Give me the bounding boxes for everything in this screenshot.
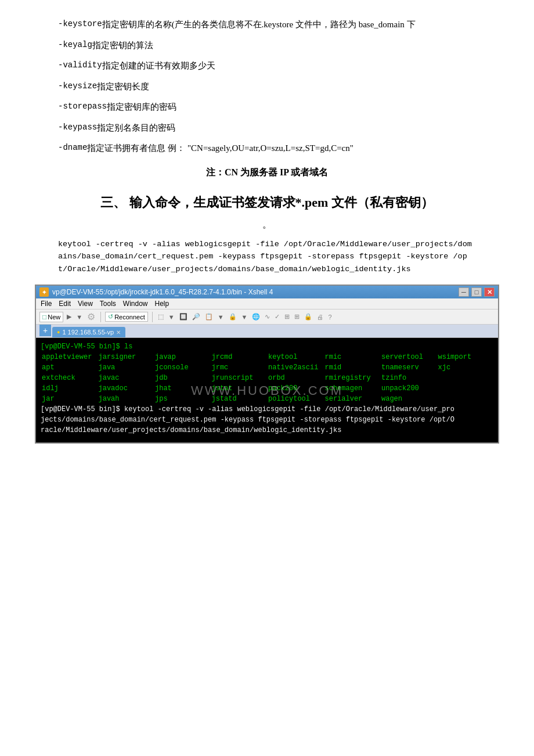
term-line-prompt3: jects/domains/base_domain/cert_request.p… [41, 415, 493, 425]
terminal-title: vp@DEV-VM-55:/opt/jdk/jrockit-jdk1.6.0_4… [52, 288, 273, 296]
ls-item-5-5: policytool [267, 394, 324, 404]
maximize-button[interactable]: □ [471, 287, 482, 297]
tool-icon-8: 🔒 [228, 313, 238, 321]
param-row-validity: -validity 指定创建的证书有效期多少天 [35, 59, 499, 74]
ls-item-5-4: jstatd [211, 394, 268, 404]
ls-item-2-7: tnameserv [380, 362, 437, 373]
ls-item-5-8 [437, 394, 494, 404]
ls-item-3-4: jrunscript [211, 373, 268, 383]
param-key-validity: -validity [35, 59, 102, 74]
ls-item-4-6: schemagen [324, 383, 381, 394]
terminal-controls[interactable]: ─ □ ✕ [459, 287, 495, 297]
ls-item-1-1: appletviewer [41, 352, 98, 362]
param-row-storepass: -storepass 指定密钥库的密码 [35, 100, 499, 115]
ls-item-2-8: xjc [437, 362, 494, 373]
note-line: 注：CN 为服务器 IP 或者域名 [35, 167, 499, 179]
ls-item-1-6: rmic [324, 352, 381, 362]
ls-item-2-6: rmid [324, 362, 381, 373]
ls-item-1-7: servertool [380, 352, 437, 362]
ls-item-4-4: jstat [211, 383, 268, 394]
tab-close-button[interactable]: ✕ [116, 329, 121, 336]
reconnect-icon: ↺ [108, 313, 113, 321]
term-line-prompt2: [vp@DEV-VM-55 bin]$ keytool -certreq -v … [41, 404, 493, 415]
param-desc-keysize: 指定密钥长度 [97, 80, 499, 95]
terminal-tab-1[interactable]: ● 1 192.168.5.55-vp ✕ [52, 327, 125, 337]
menu-help[interactable]: Help [155, 300, 169, 308]
ls-item-4-3: jhat [154, 383, 211, 394]
param-row-keystore: -keystore 指定密钥库的名称(产生的各类信息将不在.keystore 文… [35, 17, 499, 33]
ls-item-3-3: jdb [154, 373, 211, 383]
ls-item-2-5: native2ascii [267, 362, 324, 373]
term-line-prompt4: racle/Middleware/user_projects/domains/b… [41, 425, 493, 435]
menu-view[interactable]: View [78, 300, 93, 308]
param-key-keystore: -keystore [35, 17, 102, 33]
tool-icon-5: 🔎 [191, 313, 201, 321]
ls-item-5-6: serialver [324, 394, 381, 404]
menu-window[interactable]: Window [123, 300, 148, 308]
add-tab-button[interactable]: + [39, 325, 51, 336]
ls-item-5-7: wagen [380, 394, 437, 404]
param-row-keysize: -keysize 指定密钥长度 [35, 80, 499, 95]
tool-icon-7: ▼ [217, 314, 225, 321]
ls-item-3-5: orbd [267, 373, 324, 383]
param-row-dname: -dname 指定证书拥有者信息 例： "CN=sagely,OU=atr,O=… [35, 141, 499, 156]
menu-file[interactable]: File [41, 300, 52, 308]
ls-item-1-4: jrcmd [211, 352, 268, 362]
section-heading: 三、 输入命令，生成证书签发请求*.pem 文件（私有密钥） [35, 193, 499, 212]
ls-item-3-1: extcheck [41, 373, 98, 383]
ls-item-1-2: jarsigner [98, 352, 154, 362]
terminal-body[interactable]: WWW.HUOBOX.COM [vp@DEV-VM-55 bin]$ ls ap… [36, 338, 498, 442]
param-key-keypass: -keypass [35, 121, 97, 136]
tool-icon-17: ? [327, 314, 333, 321]
ls-item-3-2: javac [98, 373, 154, 383]
param-desc-dname: 指定证书拥有者信息 例： "CN=sagely,OU=atr,O=szu,L=s… [87, 141, 499, 156]
menu-edit[interactable]: Edit [59, 300, 71, 308]
titlebar-left: ✦ vp@DEV-VM-55:/opt/jdk/jrockit-jdk1.6.0… [39, 287, 273, 297]
terminal-menubar: File Edit View Tools Window Help [36, 298, 498, 309]
dot-line: 。 [35, 219, 499, 231]
tool-icon-13: ⊞ [283, 313, 291, 321]
new-icon: □ [42, 313, 46, 321]
param-desc-validity: 指定创建的证书有效期多少天 [102, 59, 499, 74]
close-button[interactable]: ✕ [484, 287, 495, 297]
ls-item-4-8 [437, 383, 494, 394]
param-key-storepass: -storepass [35, 100, 107, 115]
ls-item-5-2: javah [98, 394, 154, 404]
reconnect-button[interactable]: ↺ Reconnect [105, 312, 148, 322]
tool-icon-4: 🔲 [178, 313, 189, 321]
minimize-button[interactable]: ─ [459, 287, 469, 297]
ls-item-2-2: java [98, 362, 154, 373]
ls-item-3-6: rmiregistry [324, 373, 381, 383]
ls-item-4-5: pack200 [267, 383, 324, 394]
new-label: New [48, 314, 60, 321]
menu-tools[interactable]: Tools [100, 300, 116, 308]
param-desc-keypass: 指定别名条目的密码 [97, 121, 499, 136]
param-desc-keyalg: 指定密钥的算法 [92, 38, 499, 53]
tool-icon-2: ⬚ [157, 313, 165, 321]
param-desc-storepass: 指定密钥库的密码 [107, 100, 499, 115]
new-button[interactable]: □ New [39, 312, 63, 322]
terminal-app-icon: ✦ [39, 287, 49, 297]
ls-item-2-3: jconsole [154, 362, 211, 373]
terminal-titlebar: ✦ vp@DEV-VM-55:/opt/jdk/jrockit-jdk1.6.0… [36, 286, 498, 298]
ls-item-1-5: keytool [267, 352, 324, 362]
terminal-toolbar: □ New ▶ ▼ ⚙ ↺ Reconnect ⬚ ▼ 🔲 🔎 📋 ▼ 🔒 ▼ … [36, 309, 498, 325]
open-icon: ▶ [66, 313, 73, 321]
reconnect-label: Reconnect [114, 314, 145, 321]
tool-icon-9: ▼ [240, 314, 249, 321]
tool-icon-14: ⊞ [293, 313, 301, 321]
tab-status-icon: ● [57, 329, 60, 335]
ls-item-3-8 [437, 373, 494, 383]
tool-icon-15: 🔒 [303, 313, 313, 321]
ls-item-4-2: javadoc [98, 383, 154, 394]
ls-item-5-3: jps [154, 394, 211, 404]
param-key-keyalg: -keyalg [35, 38, 92, 53]
terminal-window: ✦ vp@DEV-VM-55:/opt/jdk/jrockit-jdk1.6.0… [35, 285, 499, 444]
ls-item-2-4: jrmc [211, 362, 268, 373]
tool-icon-16: 🖨 [316, 314, 324, 321]
param-desc-keystore: 指定密钥库的名称(产生的各类信息将不在.keystore 文件中，路径为 bas… [102, 17, 499, 33]
toolbar-separator-1 [100, 312, 101, 322]
tool-icon-6: 📋 [204, 313, 214, 321]
page-content: -keystore 指定密钥库的名称(产生的各类信息将不在.keystore 文… [35, 17, 499, 444]
tool-icon-1: ⚙ [86, 311, 96, 322]
